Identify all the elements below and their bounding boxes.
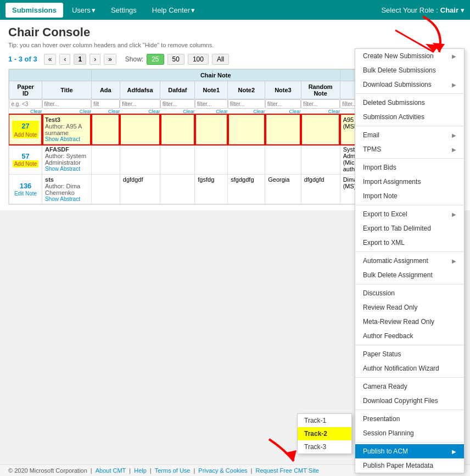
- nav-submissions[interactable]: Submissions: [5, 3, 63, 18]
- dafdaf-cell-57: [160, 144, 195, 175]
- show-25-btn[interactable]: 25: [147, 54, 164, 65]
- filter-adfdafsa-clear[interactable]: Clear: [120, 109, 160, 114]
- note3-cell-57: [265, 144, 301, 175]
- note2-cell-57: [228, 144, 265, 175]
- ada-cell-57: [91, 144, 120, 175]
- nav-settings[interactable]: Settings: [104, 3, 143, 18]
- note1-cell-136: fgsfdg: [195, 175, 228, 204]
- paper-id-link-136[interactable]: 136: [20, 182, 32, 190]
- current-page-btn[interactable]: 1: [74, 54, 86, 65]
- paper-id-cell-27: 27 Add Note: [9, 115, 42, 144]
- show-abstract-57[interactable]: Show Abstract: [45, 166, 88, 172]
- col-ada: Ada: [91, 81, 120, 99]
- note3-cell-27: [265, 115, 301, 144]
- random-note-cell-57: [301, 144, 340, 175]
- menu-create-new-submission[interactable]: Create New Submission▶: [355, 49, 464, 63]
- top-navigation: Submissions Users ▾ Settings Help Center…: [0, 0, 470, 20]
- menu-email[interactable]: Email▶: [355, 128, 464, 142]
- filter-ada-clear[interactable]: Clear: [91, 109, 120, 114]
- menu-download-submissions[interactable]: Download Submissions▶: [355, 77, 464, 92]
- nav-users[interactable]: Users ▾: [65, 3, 102, 18]
- title-author-57: Author: System Administrator: [45, 153, 88, 166]
- show-100-btn[interactable]: 100: [188, 54, 209, 65]
- prev-page-btn[interactable]: ‹: [59, 54, 70, 65]
- role-selector[interactable]: Select Your Role : Chair ▾: [381, 6, 465, 14]
- filter-note2[interactable]: [228, 99, 265, 109]
- menu-import-assignments[interactable]: Import Assignments: [355, 175, 464, 189]
- actions-dropdown: Create New Submission▶ Bulk Delete Submi…: [355, 48, 465, 210]
- menu-deleted-submissions[interactable]: Deleted Submissions: [355, 96, 464, 110]
- col-note2: Note2: [228, 81, 265, 99]
- random-note-cell-27: [301, 115, 340, 144]
- last-page-btn[interactable]: »: [104, 54, 116, 65]
- title-cell-136: sts Author: Dima Chernenko Show Abstract: [42, 175, 92, 204]
- menu-bulk-delete-submissions[interactable]: Bulk Delete Submissions: [355, 63, 464, 77]
- menu-import-bids[interactable]: Import Bids: [355, 160, 464, 175]
- ada-cell-27: [91, 115, 120, 144]
- page-title: Chair Console: [8, 25, 462, 40]
- filter-dafdaf[interactable]: [160, 99, 195, 109]
- note2-cell-136: sfgdgdfg: [228, 175, 265, 204]
- menu-divider-4: [355, 205, 464, 205]
- adfdafsa-cell-136: dgfdgdf: [120, 175, 160, 204]
- menu-tpms[interactable]: TPMS▶: [355, 142, 464, 156]
- col-note1: Note1: [195, 81, 228, 99]
- title-text-27[interactable]: Test3: [45, 116, 88, 123]
- show-abstract-27[interactable]: Show Abstract: [45, 136, 88, 142]
- dafdaf-cell-136: [160, 175, 195, 204]
- note3-cell-136: Georgia: [265, 175, 301, 204]
- col-group-base: [9, 70, 92, 81]
- menu-submission-activities[interactable]: Submission Activities: [355, 110, 464, 124]
- filter-title[interactable]: [42, 99, 92, 109]
- filter-ada[interactable]: [91, 99, 120, 109]
- col-paper-id: PaperID: [9, 81, 42, 99]
- show-all-btn[interactable]: All: [212, 54, 229, 65]
- paper-id-link-57[interactable]: 57: [21, 152, 29, 160]
- filter-random-note[interactable]: [301, 99, 340, 109]
- filter-title-clear[interactable]: Clear: [42, 109, 92, 114]
- adfdafsa-cell-57: [120, 144, 160, 175]
- show-abstract-136[interactable]: Show Abstract: [45, 196, 88, 202]
- title-cell-57: AFASDF Author: System Administrator Show…: [42, 144, 92, 175]
- filter-paper-id-clear[interactable]: Clear: [9, 109, 42, 114]
- menu-import-note[interactable]: Import Note: [355, 189, 464, 203]
- title-author-27: Author: A95 A surname: [45, 123, 88, 136]
- edit-note-136[interactable]: Edit Note: [14, 191, 37, 197]
- note1-cell-27: [195, 115, 228, 144]
- menu-export-excel[interactable]: Export to Excel▶: [355, 207, 464, 210]
- title-author-136: Author: Dima Chernenko: [45, 183, 88, 196]
- add-note-57[interactable]: Add Note: [13, 160, 39, 167]
- filter-dafdaf-clear[interactable]: Clear: [160, 109, 195, 114]
- show-label: Show:: [125, 55, 143, 63]
- dafdaf-cell-27: [160, 115, 195, 144]
- col-group-chair-note: Chair Note: [91, 70, 340, 81]
- show-50-btn[interactable]: 50: [167, 54, 184, 65]
- note2-cell-27: [228, 115, 265, 144]
- menu-divider-2: [355, 126, 464, 126]
- menu-divider-3: [355, 158, 464, 159]
- title-text-57[interactable]: AFASDF: [45, 146, 88, 153]
- col-note3: Note3: [265, 81, 301, 99]
- filter-note3[interactable]: [265, 99, 301, 109]
- nav-help[interactable]: Help Center ▾: [146, 3, 202, 18]
- col-adfdafsa: Adfdafsa: [120, 81, 160, 99]
- first-page-btn[interactable]: «: [44, 54, 57, 65]
- filter-note1[interactable]: [195, 99, 228, 109]
- note1-cell-57: [195, 144, 228, 175]
- title-cell-27: Test3 Author: A95 A surname Show Abstrac…: [42, 115, 92, 144]
- title-text-136[interactable]: sts: [45, 176, 88, 183]
- filter-note2-clear[interactable]: Clear: [228, 109, 265, 114]
- add-note-27[interactable]: Add Note: [13, 131, 39, 138]
- filter-note1-clear[interactable]: Clear: [195, 109, 228, 114]
- paper-id-cell-57: 57 Add Note: [9, 144, 42, 175]
- filter-paper-id[interactable]: [9, 99, 42, 109]
- filter-random-note-clear[interactable]: Clear: [301, 109, 340, 114]
- col-title: Title: [42, 81, 92, 99]
- filter-note3-clear[interactable]: Clear: [265, 109, 301, 114]
- random-note-cell-136: dfgdgfd: [301, 175, 340, 204]
- paper-id-link-27[interactable]: 27: [21, 122, 29, 130]
- next-page-btn[interactable]: ›: [89, 54, 100, 65]
- adfdafsa-cell-27: [120, 115, 160, 144]
- filter-adfdafsa[interactable]: [120, 99, 160, 109]
- pagination-count: 1 - 3 of 3: [8, 55, 37, 63]
